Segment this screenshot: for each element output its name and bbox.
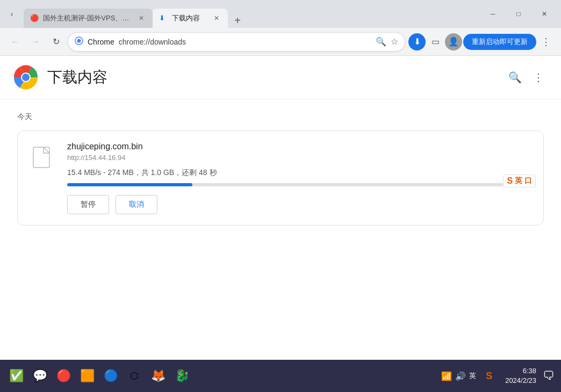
bookmark-icon[interactable]: ☆: [391, 37, 398, 47]
section-label: 今天: [17, 112, 544, 122]
minimize-button[interactable]: ─: [480, 5, 505, 23]
downloads-section: zhujiceping.com 今天 zhujiceping.com.bin h…: [0, 99, 561, 238]
tab-bar: 🔴 国外主机测评-国外VPS、国… ✕ ⬇ 下载内容 ✕ +: [24, 0, 478, 28]
title-bar: ‹ 🔴 国外主机测评-国外VPS、国… ✕ ⬇ 下载内容 ✕ + ─ □ ✕: [0, 0, 561, 28]
taskbar-blue-icon[interactable]: 🔵: [101, 366, 120, 386]
window-controls-left: ‹: [4, 6, 19, 21]
taskbar-fox-icon[interactable]: 🦊: [148, 366, 168, 386]
file-icon: [31, 144, 56, 176]
page-menu-button[interactable]: ⋮: [529, 68, 548, 87]
sogou-badge: S 英 口: [503, 175, 536, 187]
search-icon[interactable]: 🔍: [376, 37, 386, 47]
download-filename: zhujiceping.com.bin: [67, 142, 530, 151]
tab2-favicon: ⬇: [159, 14, 168, 23]
profile-button[interactable]: 👤: [445, 33, 462, 50]
new-tab-button[interactable]: +: [230, 13, 245, 28]
download-actions: 暂停 取消: [67, 195, 530, 214]
taskbar-checkmark-icon[interactable]: ✅: [6, 366, 26, 386]
tab2-close[interactable]: ✕: [212, 13, 221, 23]
taskbar-red-icon[interactable]: 🔴: [54, 366, 73, 386]
chrome-logo-icon: [13, 64, 39, 90]
wifi-icon[interactable]: 📶: [441, 371, 452, 381]
address-bar[interactable]: Chrome chrome://downloads 🔍 ☆: [68, 32, 405, 52]
sogou-s-icon: S: [507, 176, 513, 186]
maximize-button[interactable]: □: [506, 5, 531, 23]
taskbar: ✅ 💬 🔴 🟧 🔵 ⬡ 🦊 🐉 📶 🔊 英 S 6:38 2024/2/23 🗨: [0, 360, 561, 392]
sogou-label: 英 口: [515, 176, 532, 186]
tab2-title: 下载内容: [172, 13, 207, 23]
svg-point-1: [77, 39, 81, 43]
taskbar-wechat-icon[interactable]: 💬: [30, 366, 49, 386]
taskbar-sys-icons: 📶 🔊 英 S: [441, 366, 499, 386]
update-button[interactable]: 重新启动即可更新: [463, 34, 536, 50]
tab1-favicon: 🔴: [30, 14, 39, 23]
reload-button[interactable]: ↻: [47, 33, 64, 50]
cancel-button[interactable]: 取消: [116, 195, 157, 214]
progress-bar-fill: [67, 183, 192, 186]
forward-button[interactable]: →: [27, 33, 44, 50]
tab1-close[interactable]: ✕: [136, 13, 146, 23]
nav-right-icons: ⬇ ▭ 👤 重新启动即可更新 ⋮: [408, 33, 555, 50]
download-card: zhujiceping.com.bin http://154.44.16.94 …: [17, 130, 544, 226]
sogou-taskbar-icon[interactable]: S: [479, 366, 499, 386]
page-search-button[interactable]: 🔍: [505, 68, 524, 87]
volume-icon[interactable]: 🔊: [455, 371, 466, 381]
page-title: 下载内容: [47, 67, 505, 88]
back-button[interactable]: ←: [6, 33, 24, 50]
tab-active[interactable]: ⬇ 下载内容 ✕: [153, 9, 228, 28]
download-url: http://154.44.16.94: [67, 154, 530, 162]
tab-scroll-left[interactable]: ‹: [4, 6, 19, 21]
tab1-title: 国外主机测评-国外VPS、国…: [43, 13, 132, 23]
language-indicator[interactable]: 英: [469, 371, 476, 381]
window-controls-right: ─ □ ✕: [480, 5, 557, 23]
download-nav-icon[interactable]: ⬇: [408, 33, 426, 50]
taskbar-green-icon[interactable]: ⬡: [125, 366, 144, 386]
page-header: 下载内容 🔍 ⋮: [0, 56, 561, 99]
notification-button[interactable]: 🗨: [543, 369, 555, 383]
tab-inactive[interactable]: 🔴 国外主机测评-国外VPS、国… ✕: [24, 9, 153, 28]
taskbar-date-value: 2024/2/23: [505, 376, 536, 386]
address-favicon: [75, 37, 83, 47]
taskbar-time-value: 6:38: [505, 366, 536, 376]
sidebar-toggle-button[interactable]: ▭: [427, 33, 444, 50]
pause-button[interactable]: 暂停: [67, 195, 109, 214]
taskbar-dragon-icon[interactable]: 🐉: [172, 366, 191, 386]
download-speed: 15.4 MB/s - 274 MB，共 1.0 GB，还剩 48 秒: [67, 168, 530, 178]
chrome-menu-button[interactable]: ⋮: [537, 33, 555, 50]
navigation-bar: ← → ↻ Chrome chrome://downloads 🔍 ☆ ⬇ ▭ …: [0, 28, 561, 56]
page-content: 下载内容 🔍 ⋮ zhujiceping.com 今天 zhujiceping.…: [0, 56, 561, 360]
taskbar-datetime: 6:38 2024/2/23: [505, 366, 536, 386]
page-header-actions: 🔍 ⋮: [505, 68, 548, 87]
close-button[interactable]: ✕: [532, 5, 557, 23]
download-info: zhujiceping.com.bin http://154.44.16.94 …: [67, 142, 530, 214]
progress-bar-container: S 英 口: [67, 183, 530, 186]
svg-point-4: [22, 74, 30, 81]
taskbar-right: 📶 🔊 英 S 6:38 2024/2/23 🗨: [441, 366, 555, 386]
address-url: chrome://downloads: [119, 38, 371, 46]
taskbar-orange-icon[interactable]: 🟧: [77, 366, 97, 386]
address-brand: Chrome: [88, 38, 114, 46]
